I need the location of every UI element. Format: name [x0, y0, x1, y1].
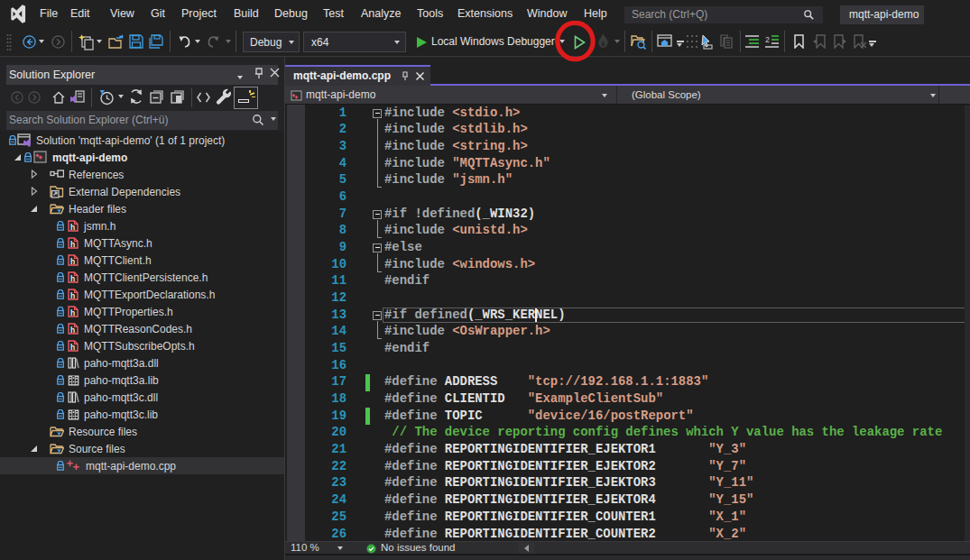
svg-text:h: h [70, 274, 75, 283]
svg-text:h: h [70, 308, 75, 317]
svg-text:h: h [70, 240, 75, 249]
svg-text:h: h [70, 291, 75, 300]
svg-text:h: h [70, 223, 75, 232]
svg-text:2: 2 [765, 35, 770, 44]
svg-text:h: h [70, 257, 75, 266]
svg-text:h: h [70, 326, 75, 335]
svg-text:h: h [70, 343, 75, 352]
